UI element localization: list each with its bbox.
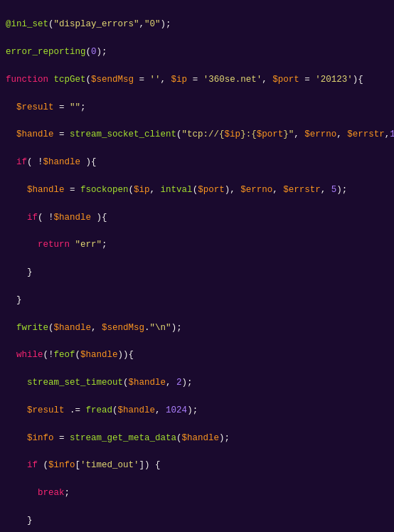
line-11: } (6, 294, 388, 307)
code-editor: @ini_set("display_errors","0"); error_re… (0, 0, 394, 532)
line-19: } (6, 514, 388, 528)
line-10: } (6, 266, 388, 280)
line-17: if ($info['timed_out']) { (6, 459, 388, 472)
line-14: stream_set_timeout($handle, 2); (6, 376, 388, 390)
line-6: if( !$handle ){ (6, 156, 388, 169)
line-13: while(!feof($handle)){ (6, 349, 388, 362)
line-9: return "err"; (6, 238, 388, 252)
line-1: @ini_set("display_errors","0"); (6, 18, 388, 31)
line-5: $handle = stream_socket_client("tcp://{$… (6, 128, 388, 142)
line-8: if( !$handle ){ (6, 211, 388, 225)
line-7: $handle = fsockopen($ip, intval($port), … (6, 183, 388, 197)
line-16: $info = stream_get_meta_data($handle); (6, 432, 388, 445)
line-15: $result .= fread($handle, 1024); (6, 404, 388, 417)
line-2: error_reporting(0); (6, 46, 388, 59)
line-4: $result = ""; (6, 101, 388, 115)
line-3: function tcpGet($sendMsg = '', $ip = '36… (6, 73, 388, 87)
line-18: break; (6, 486, 388, 500)
line-12: fwrite($handle, $sendMsg."\n"); (6, 321, 388, 335)
